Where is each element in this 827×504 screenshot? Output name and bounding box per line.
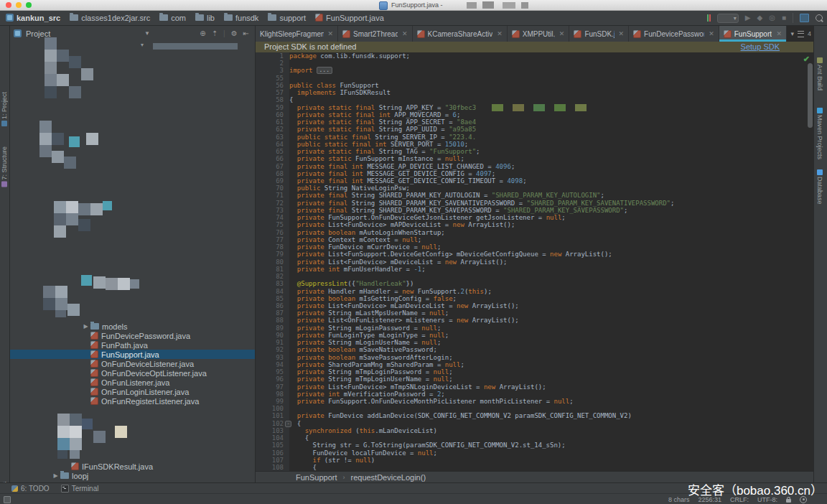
line-number: 101: [256, 412, 289, 419]
toolwindow-button-todo[interactable]: 6: TODO: [11, 485, 50, 493]
chevron-down-icon[interactable]: ▾: [141, 42, 144, 48]
code-line: 69 private final int MESSAGE_GET_DEVICE_…: [256, 177, 814, 185]
hidden-tabs-count[interactable]: 4: [808, 30, 811, 37]
editor-scrollbar[interactable]: [808, 63, 813, 128]
code-token: null: [429, 309, 445, 317]
code-token: }): [406, 280, 414, 287]
breadcrumb-label: funsdk: [235, 14, 258, 22]
project-view-dropdown-icon[interactable]: ▼: [144, 30, 150, 37]
toolwindow-toggle-icon[interactable]: [4, 496, 11, 503]
breadcrumb-item-classes1dex2jar.src[interactable]: classes1dex2jar.src: [70, 14, 150, 22]
code-line: 78 private FunDevice mCurrDevice = null;: [256, 243, 814, 251]
tree-item-OnFunListener.java[interactable]: OnFunListener.java: [9, 378, 255, 387]
setup-sdk-link[interactable]: Setup SDK: [741, 42, 780, 52]
code-text: private static final String APP_KEY = "3…: [289, 104, 587, 111]
java-class-icon: [90, 360, 98, 368]
code-token: private final int: [297, 177, 363, 185]
breadcrumb-item-support[interactable]: support: [268, 14, 306, 22]
tree-item-models[interactable]: ▶models: [9, 322, 255, 331]
tree-item-IFunSDKResult.java[interactable]: IFunSDKResult.java: [9, 462, 255, 471]
status-char-count[interactable]: 8 chars: [668, 496, 690, 503]
debug-icon[interactable]: ◆: [757, 14, 763, 22]
line-number: 106: [256, 449, 289, 457]
project-icon: [6, 14, 14, 22]
fold-marker-icon[interactable]: -: [285, 421, 291, 427]
close-tab-icon[interactable]: ✕: [402, 30, 408, 37]
tabs-list-icon[interactable]: [798, 31, 804, 37]
zoom-window-button[interactable]: [26, 2, 32, 8]
code-line: 79 private List<FunSupport.DeviceGetConf…: [256, 251, 814, 258]
editor-tab-FunDevicePassword.java[interactable]: FunDevicePassword.java✕: [629, 26, 719, 42]
close-tab-icon[interactable]: ✕: [709, 30, 714, 37]
editor-tab-Smart2Thread.java[interactable]: Smart2Thread.java✕: [338, 26, 413, 42]
tree-item-FunSupport.java[interactable]: FunSupport.java: [9, 350, 255, 359]
java-class-icon: [90, 378, 98, 386]
breadcrumb-item-com[interactable]: com: [159, 14, 186, 22]
code-token: Handler mHandler =: [324, 288, 402, 295]
editor-tab-FunSupport.java[interactable]: FunSupport.java✕: [719, 26, 787, 42]
code-token: private: [297, 361, 324, 368]
minimize-window-button[interactable]: [16, 2, 22, 8]
project-structure-icon[interactable]: [800, 14, 809, 22]
code-token: String SERVER_IP =: [371, 134, 449, 141]
chevron-right-icon[interactable]: ▶: [51, 472, 60, 479]
changes-icon[interactable]: [707, 14, 711, 22]
breadcrumb-item-funsdk[interactable]: funsdk: [224, 14, 258, 22]
breadcrumb-item-lib[interactable]: lib: [195, 14, 215, 22]
code-token: String NativeLoginPsw;: [320, 185, 410, 192]
code-token: ;: [421, 266, 425, 273]
hide-panel-icon[interactable]: ⇤: [243, 29, 249, 37]
chevron-right-icon[interactable]: ▶: [81, 323, 90, 330]
tab-label: Smart2Thread.java: [353, 30, 398, 38]
tree-item-OnFunLoginListener.java[interactable]: OnFunLoginListener.java: [9, 387, 255, 396]
tree-item-loopj[interactable]: ▶loopj: [9, 471, 255, 480]
toolwindow-button-terminal[interactable]: Terminal: [61, 485, 99, 493]
locate-file-icon[interactable]: ⊕: [200, 29, 205, 37]
code-token: ArrayList();: [457, 258, 507, 266]
editor-tab-KCameraShareActivity.java[interactable]: KCameraShareActivity.java✕: [413, 26, 508, 42]
tree-item-OnFunDeviceListener.java[interactable]: OnFunDeviceListener.java: [9, 359, 255, 368]
close-tab-icon[interactable]: ✕: [776, 30, 782, 37]
gear-icon[interactable]: ⚙: [231, 29, 238, 37]
code-token: String APP_KEY =: [375, 104, 445, 111]
code-line: 3import...: [256, 67, 814, 74]
tree-item-FunPath.java[interactable]: FunPath.java: [9, 340, 255, 350]
close-tab-icon[interactable]: ✕: [328, 30, 334, 37]
code-text: private String mLastMpsUserName = null;: [289, 309, 449, 317]
editor-tab-FunSDK.java[interactable]: FunSDK.java✕: [569, 26, 629, 42]
tree-item-OnFunDeviceOptListener.java[interactable]: OnFunDeviceOptListener.java: [9, 368, 255, 378]
code-token: null: [445, 155, 461, 162]
search-everywhere-icon[interactable]: [816, 14, 823, 22]
collapse-all-icon[interactable]: ⇡: [212, 29, 218, 37]
code-line: 73 private final String SHARED_PARAM_KEY…: [256, 207, 814, 214]
close-tab-icon[interactable]: ✕: [497, 30, 503, 37]
toolwindow-button-database[interactable]: Database: [816, 168, 823, 205]
close-tab-icon[interactable]: ✕: [619, 30, 625, 37]
tree-item-OnFunRegisterListener.java[interactable]: OnFunRegisterListener.java: [9, 396, 255, 406]
breadcrumb-item-kankun_src[interactable]: kankun_src: [6, 14, 60, 22]
run-configuration-select[interactable]: ▾: [717, 14, 739, 23]
editor-tab-KlightSleepFragment.java[interactable]: KlightSleepFragment.java✕: [256, 26, 338, 42]
breadcrumb-item-FunSupport.java[interactable]: FunSupport.java: [315, 14, 384, 22]
coverage-icon[interactable]: ◎: [769, 14, 775, 22]
toolwindow-button-structure[interactable]: 7: Structure: [1, 146, 8, 189]
chevron-down-icon[interactable]: ▾: [790, 30, 794, 37]
lock-icon[interactable]: [786, 499, 791, 503]
code-viewport[interactable]: 1package com.lib.funsdk.support;23import…: [256, 52, 814, 471]
toolwindow-button-maven-projects[interactable]: Maven Projects: [816, 106, 823, 159]
tree-item-FunDevicePassword.java[interactable]: FunDevicePassword.java: [9, 331, 255, 340]
code-token: null: [429, 332, 445, 339]
stop-icon[interactable]: ■: [782, 14, 786, 22]
breadcrumb-method[interactable]: requestDeviceLogin(): [350, 473, 426, 482]
editor-tab-XMPPUtil.java[interactable]: XMPPUtil.java✕: [508, 26, 570, 42]
toolwindow-button-project[interactable]: 1: Project: [1, 92, 8, 128]
censor-block: [43, 298, 55, 310]
censor-block: [45, 86, 57, 98]
folded-region[interactable]: ...: [317, 67, 332, 74]
close-window-button[interactable]: [6, 2, 11, 8]
close-tab-icon[interactable]: ✕: [559, 30, 565, 37]
breadcrumb-class[interactable]: FunSupport: [296, 473, 337, 482]
toolwindow-button-ant-build[interactable]: Ant Build: [816, 56, 823, 90]
code-token: mAutoLoginWhenStartup;: [355, 229, 445, 236]
run-icon[interactable]: ▶: [745, 14, 751, 22]
